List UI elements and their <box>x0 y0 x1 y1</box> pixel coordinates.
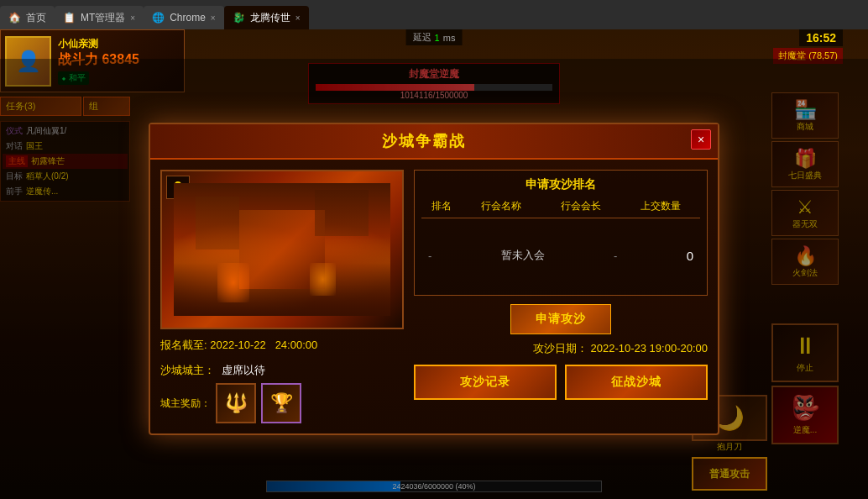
attack-date-value: 2022-10-23 19:00-20:00 <box>590 342 708 355</box>
action-buttons: 攻沙记录 征战沙城 <box>414 365 708 400</box>
tab-mt[interactable]: 📋 MT管理器 × <box>55 6 144 29</box>
reward-label: 城主奖励： <box>160 397 211 411</box>
battle-city-button[interactable]: 征战沙城 <box>565 365 708 400</box>
castle-image: ? <box>160 170 404 329</box>
main-dialog: 沙城争霸战 × ? <box>149 123 719 435</box>
latency-value: 1 <box>435 33 440 43</box>
castle-artwork <box>174 183 390 316</box>
empty-dash-1: - <box>428 250 431 262</box>
registration-info: 报名截至: 2022-10-22 24:00:00 <box>160 338 404 353</box>
browser-bar: 🏠 首页 📋 MT管理器 × 🌐 Chrome × 🐉 龙腾传世 × <box>0 0 868 29</box>
dialog-body: ? 报名截至: <box>150 160 718 433</box>
attack-date: 攻沙日期： 2022-10-23 19:00-20:00 <box>414 341 708 356</box>
tab-mt-label: MT管理器 <box>81 11 125 25</box>
reward-item-2: 🏆 <box>261 383 301 423</box>
ranking-header: 排名 行会名称 行会会长 上交数量 <box>421 199 700 218</box>
header-guild: 行会名称 <box>461 199 541 213</box>
dialog-overlay: 沙城争霸战 × ? <box>0 59 868 499</box>
registration-date: 2022-10-22 <box>210 339 266 351</box>
attack-date-label: 攻沙日期： <box>533 342 588 355</box>
battle-record-button[interactable]: 攻沙记录 <box>414 365 557 400</box>
city-owner-row: 沙城城主： 虚席以待 <box>160 363 404 378</box>
empty-no-guild: 暂未入会 <box>501 248 545 263</box>
reward-item-1: 🔱 <box>216 383 256 423</box>
dialog-right-panel: 申请攻沙排名 排名 行会名称 行会会长 上交数量 - 暂未入会 <box>414 170 708 423</box>
latency-display: 延迟 1 ms <box>406 29 463 45</box>
tab-home[interactable]: 🏠 首页 <box>0 6 55 29</box>
empty-dash-2: - <box>614 250 617 262</box>
city-owner-value: 虚席以待 <box>222 363 265 378</box>
city-owner-label: 沙城城主： <box>160 363 215 378</box>
time-display: 16:52 <box>799 29 843 46</box>
tab-chrome[interactable]: 🌐 Chrome × <box>144 6 224 29</box>
latency-label: 延迟 <box>413 31 431 44</box>
apply-attack-button[interactable]: 申请攻沙 <box>510 304 611 334</box>
tab-home-label: 首页 <box>26 11 46 25</box>
header-leader: 行会会长 <box>541 199 620 213</box>
apply-attack-label: 申请攻沙 <box>536 312 586 325</box>
game-ui: 👤 小仙亲测 战斗力 63845 ⬥ 和平 延迟 1 ms 封魔堂逆魔 1014… <box>0 29 868 499</box>
close-icon: × <box>698 133 704 146</box>
header-amount: 上交数量 <box>620 199 700 213</box>
home-icon: 🏠 <box>8 12 21 24</box>
dialog-title: 沙城争霸战 <box>382 133 466 150</box>
game-icon: 🐉 <box>233 12 245 24</box>
reward-row: 城主奖励： 🔱 🏆 <box>160 383 404 423</box>
chrome-icon: 🌐 <box>152 12 165 24</box>
reward-icon-1: 🔱 <box>225 392 248 414</box>
ranking-table: 排名 行会名称 行会会长 上交数量 - 暂未入会 - 0 <box>421 199 700 288</box>
tab-mt-close[interactable]: × <box>130 13 135 23</box>
header-rank: 排名 <box>421 199 461 213</box>
city-owner-section: 沙城城主： 虚席以待 <box>160 363 404 378</box>
ranking-section: 申请攻沙排名 排名 行会名称 行会会长 上交数量 - 暂未入会 <box>414 170 708 296</box>
dialog-close-button[interactable]: × <box>691 129 711 150</box>
tab-game-close[interactable]: × <box>295 13 301 23</box>
empty-zero: 0 <box>687 249 693 263</box>
reward-icon-2: 🏆 <box>270 392 293 414</box>
battle-record-label: 攻沙记录 <box>460 375 510 388</box>
tab-game[interactable]: 🐉 龙腾传世 × <box>224 6 309 29</box>
battle-city-label: 征战沙城 <box>611 375 661 388</box>
ranking-empty-row: - 暂未入会 - 0 <box>421 223 700 288</box>
mt-icon: 📋 <box>63 12 76 24</box>
dialog-left-panel: ? 报名截至: <box>160 170 404 423</box>
player-name: 小仙亲测 <box>58 37 180 51</box>
latency-unit: ms <box>443 33 456 43</box>
registration-label: 报名截至: <box>160 339 207 351</box>
ranking-title: 申请攻沙排名 <box>421 177 700 192</box>
dialog-header: 沙城争霸战 × <box>150 124 718 160</box>
registration-time: 24:00:00 <box>275 339 318 351</box>
tab-chrome-label: Chrome <box>170 12 206 24</box>
tab-game-label: 龙腾传世 <box>250 11 290 25</box>
tab-chrome-close[interactable]: × <box>211 13 216 23</box>
